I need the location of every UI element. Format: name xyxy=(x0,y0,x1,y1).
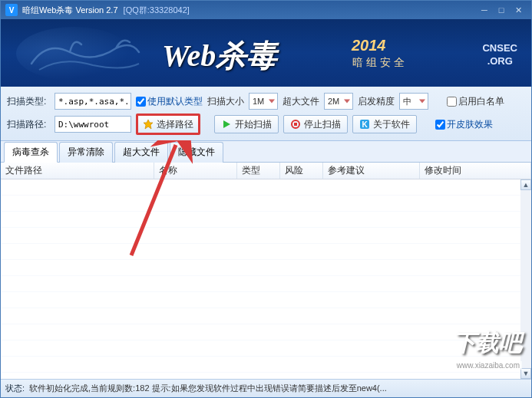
qq-group: [QQ群:33328042] xyxy=(124,5,190,15)
banner: Web杀毒 2014 暗 组 安 全 CNSEC.ORG xyxy=(1,19,531,87)
scan-path-input[interactable] xyxy=(55,116,131,133)
scan-size-label: 扫描大小 xyxy=(207,95,244,108)
svg-text:K: K xyxy=(362,120,368,129)
app-window: V 暗组Web杀毒 Version 2.7 [QQ群:33328042] ─ □… xyxy=(0,0,532,398)
info-icon: K xyxy=(359,119,370,130)
use-default-type-check[interactable] xyxy=(136,97,146,107)
scroll-down-icon[interactable]: ▼ xyxy=(520,368,531,379)
svg-marker-1 xyxy=(223,120,230,128)
big-file-select[interactable]: 2M xyxy=(324,93,353,110)
status-text: 软件初始化完成,当前规则数:182 提示:如果您发现软件过程中出现错误请简要描述… xyxy=(29,383,387,394)
play-icon xyxy=(221,119,232,130)
list-header: 文件路径 名称 类型 风险 参考建议 修改时间 xyxy=(1,163,531,179)
col-risk[interactable]: 风险 xyxy=(280,163,323,179)
stop-icon xyxy=(290,119,301,130)
precision-select[interactable]: 中 xyxy=(399,93,428,110)
titlebar: V 暗组Web杀毒 Version 2.7 [QQ群:33328042] ─ □… xyxy=(1,1,531,19)
tab-big-files[interactable]: 超大文件 xyxy=(114,142,168,163)
toolbar: 扫描类型: 使用默认类型 扫描大小 1M 超大文件 2M 启发精度 中 启用白名… xyxy=(1,87,531,141)
list-body[interactable] xyxy=(1,179,520,379)
col-advice[interactable]: 参考建议 xyxy=(323,163,420,179)
maximize-button[interactable]: □ xyxy=(493,3,510,17)
col-name[interactable]: 名称 xyxy=(154,163,237,179)
skin-checkbox[interactable]: 开皮肤效果 xyxy=(435,118,493,131)
star-icon xyxy=(143,119,154,130)
whitelist-check[interactable] xyxy=(447,97,457,107)
big-file-label: 超大文件 xyxy=(283,95,319,108)
whitelist-checkbox[interactable]: 启用白名单 xyxy=(447,95,504,108)
choose-path-button[interactable]: 选择路径 xyxy=(136,113,200,135)
scroll-up-icon[interactable]: ▲ xyxy=(520,179,531,190)
app-title: 暗组Web杀毒 Version 2.7 [QQ群:33328042] xyxy=(22,5,190,16)
result-list: 文件路径 名称 类型 风险 参考建议 修改时间 ▲ ▼ xyxy=(1,163,531,379)
status-label: 状态: xyxy=(5,383,25,394)
scan-type-input[interactable] xyxy=(55,93,131,110)
brand-title: Web杀毒 xyxy=(162,35,277,77)
tab-hidden-files[interactable]: 隐藏文件 xyxy=(170,142,223,163)
stop-scan-button[interactable]: 停止扫描 xyxy=(283,115,348,133)
precision-label: 启发精度 xyxy=(358,95,395,108)
skin-check[interactable] xyxy=(435,120,445,130)
toolbar-row-1: 扫描类型: 使用默认类型 扫描大小 1M 超大文件 2M 启发精度 中 启用白名… xyxy=(7,90,525,113)
brand-sub: 暗 组 安 全 xyxy=(352,56,405,70)
toolbar-row-2: 扫描路径: 选择路径 开始扫描 停止扫描 xyxy=(7,113,525,136)
col-type[interactable]: 类型 xyxy=(237,163,280,179)
minimize-button[interactable]: ─ xyxy=(476,3,493,17)
start-scan-button[interactable]: 开始扫描 xyxy=(214,115,279,133)
vertical-scrollbar[interactable]: ▲ ▼ xyxy=(520,179,531,379)
statusbar: 状态: 软件初始化完成,当前规则数:182 提示:如果您发现软件过程中出现错误请… xyxy=(1,379,531,397)
window-buttons: ─ □ ✕ xyxy=(476,3,527,17)
scan-size-select[interactable]: 1M xyxy=(249,93,278,110)
col-filepath[interactable]: 文件路径 xyxy=(1,163,154,179)
app-logo-icon: V xyxy=(5,4,18,16)
col-mtime[interactable]: 修改时间 xyxy=(420,163,531,179)
tabs: 病毒查杀 异常清除 超大文件 隐藏文件 xyxy=(1,141,531,163)
svg-marker-0 xyxy=(144,120,153,129)
brand-org: CNSEC.ORG xyxy=(482,42,517,68)
scan-path-label: 扫描路径: xyxy=(7,118,50,131)
brand-year: 2014 xyxy=(352,37,386,54)
tab-virus-scan[interactable]: 病毒查杀 xyxy=(4,142,58,163)
svg-rect-3 xyxy=(294,123,297,126)
about-button[interactable]: K 关于软件 xyxy=(352,115,417,133)
scan-type-label: 扫描类型: xyxy=(7,95,50,108)
dragon-icon xyxy=(24,33,147,79)
tab-anomaly-clean[interactable]: 异常清除 xyxy=(59,142,113,163)
close-button[interactable]: ✕ xyxy=(510,3,527,17)
use-default-type-checkbox[interactable]: 使用默认类型 xyxy=(136,95,203,108)
